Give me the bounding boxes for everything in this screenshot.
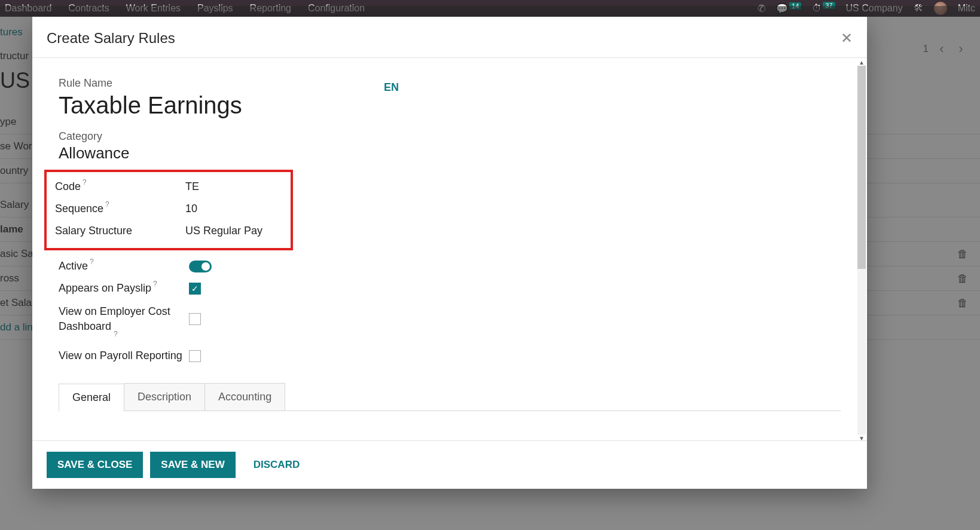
employer-cost-checkbox[interactable] <box>189 313 201 325</box>
create-salary-rules-modal: Create Salary Rules ✕ EN Rule Name Taxab… <box>32 17 867 489</box>
category-input[interactable]: Allowance <box>59 144 841 163</box>
tab-description[interactable]: Description <box>124 383 205 410</box>
scroll-up-icon[interactable]: ▲ <box>859 59 865 66</box>
discard-button[interactable]: DISCARD <box>243 452 310 478</box>
sequence-input[interactable]: 10 <box>185 203 197 215</box>
appears-on-payslip-checkbox[interactable]: ✓ <box>189 283 201 295</box>
salary-structure-input[interactable]: US Regular Pay <box>185 225 262 237</box>
help-icon[interactable]: ? <box>90 258 94 266</box>
help-icon[interactable]: ? <box>83 178 87 186</box>
modal-footer: SAVE & CLOSE SAVE & NEW DISCARD <box>32 440 867 489</box>
scroll-thumb[interactable] <box>857 66 866 269</box>
modal-title: Create Salary Rules <box>47 30 175 47</box>
employer-cost-label: View on Employer Cost Dashboard <box>59 304 189 334</box>
salary-structure-label: Salary Structure <box>55 225 132 237</box>
tab-general[interactable]: General <box>59 384 124 412</box>
modal-body: EN Rule Name Taxable Earnings Category A… <box>32 58 867 440</box>
modal-header: Create Salary Rules ✕ <box>32 17 867 58</box>
payroll-reporting-checkbox[interactable] <box>189 350 201 362</box>
rule-name-input[interactable]: Taxable Earnings <box>59 91 841 120</box>
tabs: General Description Accounting <box>59 383 841 411</box>
appears-on-payslip-label: Appears on Payslip <box>59 282 151 295</box>
help-icon[interactable]: ? <box>153 280 157 288</box>
close-icon[interactable]: ✕ <box>841 31 853 45</box>
sequence-label: Sequence <box>55 203 103 215</box>
scroll-down-icon[interactable]: ▼ <box>859 435 865 440</box>
save-new-button[interactable]: SAVE & NEW <box>150 452 235 478</box>
payroll-reporting-label: View on Payroll Reporting <box>59 348 182 363</box>
code-input[interactable]: TE <box>185 180 199 193</box>
tab-accounting[interactable]: Accounting <box>204 383 285 410</box>
help-icon[interactable]: ? <box>114 330 118 338</box>
code-label: Code <box>55 180 81 193</box>
language-badge[interactable]: EN <box>384 81 399 94</box>
help-icon[interactable]: ? <box>105 200 109 209</box>
highlighted-fields: Code? TE Sequence? 10 Salary Structure U… <box>44 170 293 250</box>
category-label: Category <box>59 130 841 143</box>
save-close-button[interactable]: SAVE & CLOSE <box>47 452 143 478</box>
scrollbar[interactable]: ▲ ▼ <box>857 59 866 440</box>
active-toggle[interactable] <box>189 261 212 272</box>
active-label: Active <box>59 260 88 272</box>
rule-name-label: Rule Name <box>59 77 841 90</box>
